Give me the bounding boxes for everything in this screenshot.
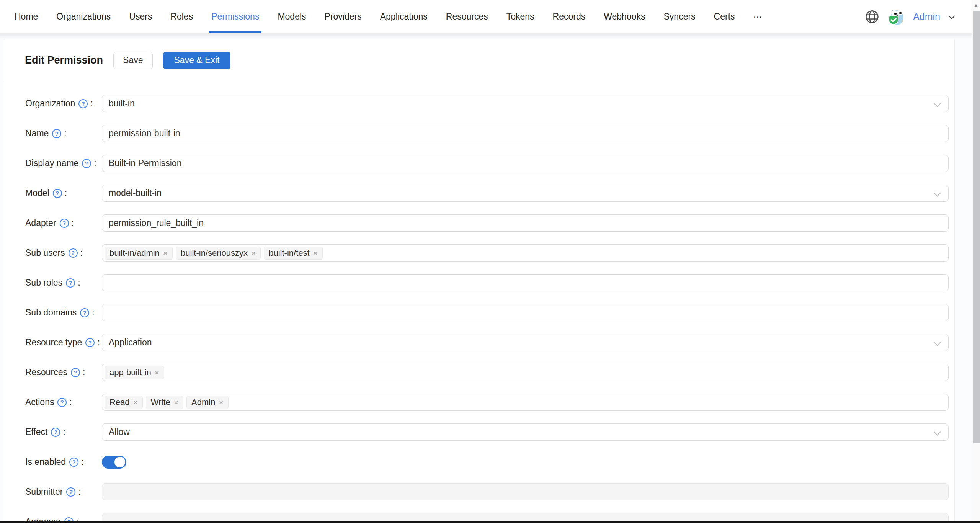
sub-roles-multiselect[interactable] [102, 274, 949, 291]
nav-item-syncers[interactable]: Syncers [655, 0, 705, 33]
tag-label: built-in/seriouszyx [181, 248, 248, 258]
chevron-down-icon[interactable] [949, 13, 955, 19]
help-icon[interactable]: ? [78, 99, 88, 108]
actions-label-text: Actions [25, 397, 54, 407]
organization-field: built-in [102, 95, 949, 112]
help-icon[interactable]: ? [85, 338, 95, 347]
form-row-name: Name?:permission-built-in [4, 125, 954, 142]
help-icon[interactable]: ? [60, 219, 69, 228]
submitter-label: Submitter?: [25, 487, 102, 497]
actions-multiselect[interactable]: Read×Write×Admin× [102, 394, 949, 411]
save-and-exit-button[interactable]: Save & Exit [163, 52, 231, 69]
nav-item-providers[interactable]: Providers [315, 0, 371, 33]
remove-tag-icon[interactable]: × [155, 368, 159, 376]
label-colon: : [78, 487, 80, 497]
nav-item-users[interactable]: Users [120, 0, 161, 33]
nav-item-permissions[interactable]: Permissions [202, 0, 268, 33]
name-input[interactable]: permission-built-in [102, 125, 949, 142]
top-navigation-bar: HomeOrganizationsUsersRolesPermissionsMo… [0, 0, 972, 34]
is-enabled-toggle[interactable] [102, 456, 126, 469]
form-row-display-name: Display name?:Built-in Permission [4, 155, 954, 172]
nav-item-applications[interactable]: Applications [371, 0, 437, 33]
nav-item-organizations[interactable]: Organizations [47, 0, 120, 33]
help-icon[interactable]: ? [66, 487, 75, 497]
remove-tag-icon[interactable]: × [313, 249, 318, 257]
display-name-field: Built-in Permission [102, 155, 949, 172]
approver-field [102, 513, 949, 521]
sub-users-tag: built-in/seriouszyx× [176, 247, 261, 260]
resources-multiselect[interactable]: app-built-in× [102, 364, 949, 381]
organization-select[interactable]: built-in [102, 95, 949, 112]
name-label-text: Name [25, 128, 49, 139]
label-colon: : [81, 457, 83, 467]
display-name-input[interactable]: Built-in Permission [102, 155, 949, 172]
model-select[interactable]: model-built-in [102, 185, 949, 202]
remove-tag-icon[interactable]: × [133, 398, 138, 406]
nav-item-resources[interactable]: Resources [437, 0, 497, 33]
help-icon[interactable]: ? [69, 458, 78, 467]
adapter-field: permission_rule_built_in [102, 214, 949, 232]
effect-label: Effect?: [25, 427, 102, 437]
sub-users-label: Sub users?: [25, 248, 102, 258]
nav-menu: HomeOrganizationsUsersRolesPermissionsMo… [0, 0, 771, 33]
help-icon[interactable]: ? [53, 189, 62, 198]
effect-select[interactable]: Allow [102, 423, 949, 441]
resources-tag: app-built-in× [105, 366, 164, 379]
tag-label: Write [151, 397, 170, 407]
nav-item-home[interactable]: Home [5, 0, 47, 33]
help-icon[interactable]: ? [69, 248, 78, 258]
nav-item-models[interactable]: Models [268, 0, 315, 33]
help-icon[interactable]: ? [52, 129, 61, 138]
help-icon[interactable]: ? [82, 159, 91, 168]
scrollbar[interactable]: ▲ [972, 0, 980, 523]
nav-item-records[interactable]: Records [544, 0, 595, 33]
help-icon[interactable]: ? [71, 368, 80, 377]
help-icon[interactable]: ? [66, 278, 75, 288]
resource-type-label: Resource type?: [25, 337, 102, 348]
remove-tag-icon[interactable]: × [174, 398, 178, 406]
sub-domains-field [102, 304, 949, 321]
resource-type-select[interactable]: Application [102, 334, 949, 351]
form-row-adapter: Adapter?:permission_rule_built_in [4, 214, 954, 232]
sub-roles-label: Sub roles?: [25, 278, 102, 288]
sub-domains-label: Sub domains?: [25, 307, 102, 318]
user-menu-label[interactable]: Admin [913, 11, 940, 22]
sub-domains-label-text: Sub domains [25, 307, 77, 318]
label-colon: : [64, 128, 66, 139]
form-row-sub-roles: Sub roles?: [4, 274, 954, 291]
form-row-actions: Actions?:Read×Write×Admin× [4, 394, 954, 411]
sub-users-multiselect[interactable]: built-in/admin×built-in/seriouszyx×built… [102, 244, 949, 262]
sub-domains-multiselect[interactable] [102, 304, 949, 321]
user-avatar[interactable] [888, 8, 905, 25]
scrollbar-thumb[interactable] [973, 11, 980, 443]
sub-users-field: built-in/admin×built-in/seriouszyx×built… [102, 244, 949, 262]
help-icon[interactable]: ? [57, 398, 67, 407]
help-icon[interactable]: ? [51, 428, 60, 437]
model-field: model-built-in [102, 185, 949, 202]
adapter-input[interactable]: permission_rule_built_in [102, 214, 949, 232]
approver-input [102, 513, 949, 521]
nav-item-more[interactable]: ··· [744, 0, 771, 33]
save-button[interactable]: Save [113, 52, 152, 69]
nav-item-tokens[interactable]: Tokens [497, 0, 544, 33]
remove-tag-icon[interactable]: × [251, 249, 256, 257]
label-colon: : [65, 188, 67, 198]
nav-item-certs[interactable]: Certs [705, 0, 744, 33]
nav-item-webhooks[interactable]: Webhooks [595, 0, 654, 33]
display-name-value: Built-in Permission [109, 158, 181, 168]
resources-field: app-built-in× [102, 364, 949, 381]
form-row-sub-users: Sub users?:built-in/admin×built-in/serio… [4, 244, 954, 262]
label-colon: : [80, 248, 83, 258]
display-name-label-text: Display name [25, 158, 78, 168]
help-icon[interactable]: ? [80, 308, 89, 317]
scroll-up-arrow-icon[interactable]: ▲ [972, 0, 980, 10]
remove-tag-icon[interactable]: × [219, 398, 223, 406]
window-bottom-edge [0, 521, 980, 523]
model-label-text: Model [25, 188, 49, 198]
tag-label: app-built-in [109, 368, 151, 378]
tag-label: built-in/admin [109, 248, 160, 258]
nav-item-roles[interactable]: Roles [161, 0, 202, 33]
remove-tag-icon[interactable]: × [163, 249, 168, 257]
is-enabled-label-text: Is enabled [25, 457, 66, 467]
language-globe-icon[interactable] [865, 10, 879, 24]
